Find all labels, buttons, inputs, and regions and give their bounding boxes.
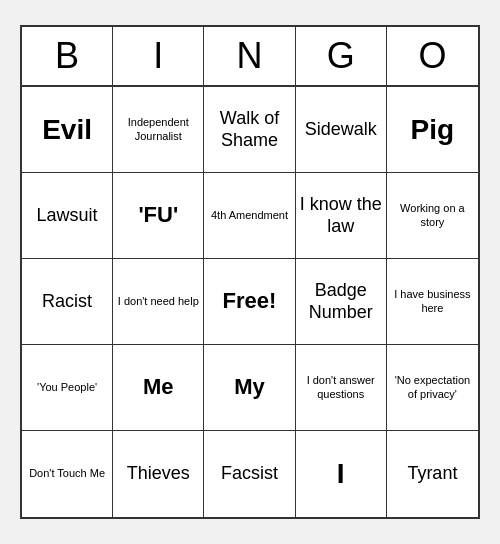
- bingo-cell: I know the law: [296, 173, 387, 259]
- bingo-cell: 'No expectation of privacy': [387, 345, 478, 431]
- bingo-cell: My: [204, 345, 295, 431]
- bingo-cell: Working on a story: [387, 173, 478, 259]
- cell-text: 'You People': [37, 381, 97, 394]
- cell-text: I don't need help: [118, 295, 199, 308]
- cell-text: Working on a story: [391, 202, 474, 228]
- cell-text: Free!: [223, 288, 277, 314]
- cell-text: I know the law: [300, 194, 382, 237]
- cell-text: Walk of Shame: [208, 108, 290, 151]
- cell-text: Pig: [411, 113, 455, 147]
- bingo-cell: Pig: [387, 87, 478, 173]
- bingo-cell: I don't need help: [113, 259, 204, 345]
- cell-text: Independent Journalist: [117, 116, 199, 142]
- bingo-cell: 4th Amendment: [204, 173, 295, 259]
- bingo-letter: O: [387, 27, 478, 85]
- cell-text: 'No expectation of privacy': [391, 374, 474, 400]
- bingo-cell: I: [296, 431, 387, 517]
- cell-text: Facsist: [221, 463, 278, 485]
- cell-text: Lawsuit: [37, 205, 98, 227]
- cell-text: Sidewalk: [305, 119, 377, 141]
- bingo-cell: Don't Touch Me: [22, 431, 113, 517]
- bingo-cell: Walk of Shame: [204, 87, 295, 173]
- bingo-header: BINGO: [22, 27, 478, 87]
- bingo-cell: Badge Number: [296, 259, 387, 345]
- cell-text: My: [234, 374, 265, 400]
- cell-text: 4th Amendment: [211, 209, 288, 222]
- bingo-cell: Racist: [22, 259, 113, 345]
- bingo-cell: Sidewalk: [296, 87, 387, 173]
- cell-text: Racist: [42, 291, 92, 313]
- bingo-letter: N: [204, 27, 295, 85]
- bingo-grid: EvilIndependent JournalistWalk of ShameS…: [22, 87, 478, 517]
- bingo-cell: Thieves: [113, 431, 204, 517]
- bingo-card: BINGO EvilIndependent JournalistWalk of …: [20, 25, 480, 519]
- cell-text: Badge Number: [300, 280, 382, 323]
- bingo-letter: B: [22, 27, 113, 85]
- cell-text: Evil: [42, 113, 92, 147]
- cell-text: Me: [143, 374, 174, 400]
- cell-text: I have business here: [391, 288, 474, 314]
- bingo-cell: Tyrant: [387, 431, 478, 517]
- bingo-cell: Lawsuit: [22, 173, 113, 259]
- cell-text: I don't answer questions: [300, 374, 382, 400]
- bingo-cell: Evil: [22, 87, 113, 173]
- bingo-cell: I have business here: [387, 259, 478, 345]
- cell-text: Tyrant: [407, 463, 457, 485]
- cell-text: Don't Touch Me: [29, 467, 105, 480]
- bingo-cell: Independent Journalist: [113, 87, 204, 173]
- bingo-cell: 'FU': [113, 173, 204, 259]
- bingo-cell: I don't answer questions: [296, 345, 387, 431]
- cell-text: I: [337, 457, 345, 491]
- cell-text: Thieves: [127, 463, 190, 485]
- bingo-letter: G: [296, 27, 387, 85]
- bingo-cell: Me: [113, 345, 204, 431]
- bingo-cell: Facsist: [204, 431, 295, 517]
- cell-text: 'FU': [138, 202, 178, 228]
- bingo-cell: 'You People': [22, 345, 113, 431]
- bingo-letter: I: [113, 27, 204, 85]
- bingo-cell: Free!: [204, 259, 295, 345]
